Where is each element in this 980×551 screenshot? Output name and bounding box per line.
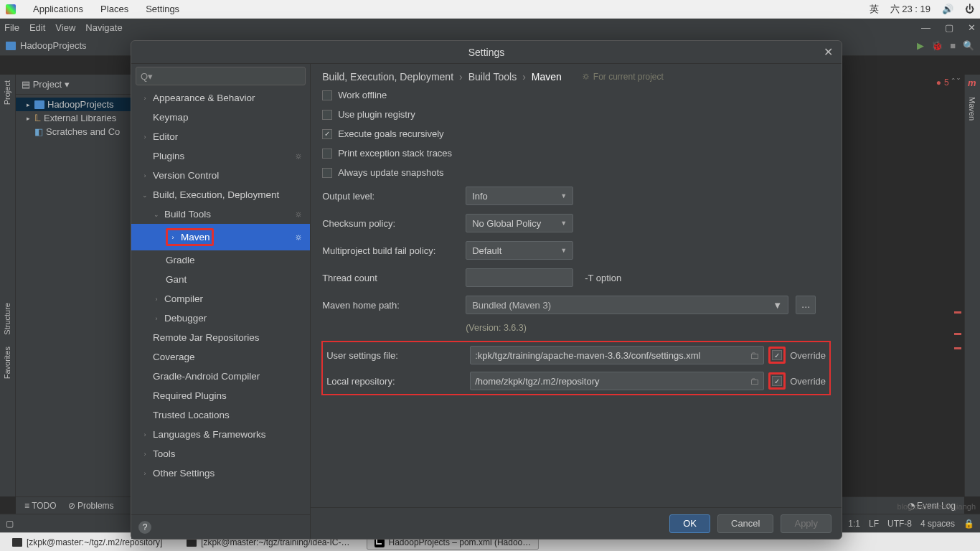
- output-level-label: Output level:: [322, 191, 458, 202]
- cat-editor[interactable]: ›Editor: [131, 127, 310, 146]
- cat-maven[interactable]: ›Maven⛭: [131, 224, 310, 250]
- volume-icon[interactable]: 🔊: [942, 4, 953, 14]
- cat-debugger[interactable]: ›Debugger: [131, 309, 310, 328]
- project-scope-note: ⛭ For current project: [582, 72, 664, 82]
- problems-tab[interactable]: ⊘ Problems: [68, 501, 114, 511]
- stop-icon[interactable]: ■: [950, 40, 956, 51]
- caret-position: 1:1: [848, 519, 860, 529]
- cat-trusted[interactable]: Trusted Locations: [131, 405, 310, 425]
- menu-edit[interactable]: Edit: [29, 22, 45, 33]
- work-offline-checkbox[interactable]: Work offline: [322, 90, 830, 100]
- system-settings-menu[interactable]: Settings: [146, 4, 179, 14]
- chevron-down-icon: ▼: [560, 247, 567, 254]
- chevron-down-icon: ▼: [560, 192, 567, 199]
- cat-required-plugins[interactable]: Required Plugins: [131, 386, 310, 405]
- plugin-registry-checkbox[interactable]: Use plugin registry: [322, 109, 830, 120]
- maven-tab[interactable]: Maven: [965, 91, 979, 126]
- output-level-select[interactable]: Info▼: [466, 187, 573, 205]
- help-icon[interactable]: ?: [138, 521, 151, 534]
- update-snapshots-checkbox[interactable]: Always update snapshots: [322, 167, 830, 178]
- user-settings-override-checkbox[interactable]: [768, 347, 786, 364]
- line-sep[interactable]: LF: [869, 519, 879, 529]
- cat-lang-frameworks[interactable]: ›Languages & Frameworks: [131, 425, 310, 444]
- settings-sidebar: Q▾ ›Appearance & Behavior Keymap ›Editor…: [131, 64, 311, 539]
- indent[interactable]: 4 spaces: [920, 519, 955, 529]
- breadcrumb-c: Maven: [532, 71, 562, 83]
- cat-compiler[interactable]: ›Compiler: [131, 289, 310, 309]
- apply-button[interactable]: Apply: [781, 514, 831, 533]
- cat-build[interactable]: ⌄Build, Execution, Deployment: [131, 185, 310, 204]
- cat-gradle-android[interactable]: Gradle-Android Compiler: [131, 367, 310, 386]
- multiproject-fail-select[interactable]: Default▼: [466, 241, 573, 260]
- search-icon[interactable]: 🔍: [963, 40, 974, 51]
- dialog-title: Settings: [468, 47, 505, 58]
- window-minimize-icon[interactable]: —: [921, 22, 930, 33]
- error-indicator[interactable]: ●5 ˆ ˇ: [936, 77, 960, 88]
- menu-view[interactable]: View: [55, 22, 75, 33]
- favorites-tab[interactable]: Favorites: [0, 341, 14, 385]
- power-icon[interactable]: ⏻: [965, 4, 974, 14]
- maven-home-select[interactable]: Bundled (Maven 3)▼: [466, 296, 788, 314]
- checksum-select[interactable]: No Global Policy▼: [466, 214, 573, 232]
- cat-tools[interactable]: ›Tools: [131, 444, 310, 463]
- cat-keymap[interactable]: Keymap: [131, 108, 310, 127]
- maven-home-label: Maven home path:: [322, 300, 458, 311]
- lock-icon[interactable]: 🔒: [963, 519, 974, 529]
- cat-gant[interactable]: Gant: [131, 270, 310, 289]
- folder-icon[interactable]: 🗀: [750, 376, 759, 387]
- project-tab[interactable]: Project: [0, 75, 14, 110]
- cat-gradle[interactable]: Gradle: [131, 250, 310, 270]
- menu-navigate[interactable]: Navigate: [85, 22, 122, 33]
- checksum-label: Checksum policy:: [322, 218, 458, 229]
- dialog-button-bar: OK Cancel Apply: [311, 507, 842, 539]
- left-tool-strip: Project Structure Favorites: [0, 75, 16, 496]
- thread-option-note: -T option: [585, 273, 621, 283]
- encoding[interactable]: UTF-8: [887, 519, 912, 529]
- override-label: Override: [790, 350, 826, 361]
- checkbox-icon: [322, 168, 332, 178]
- gear-icon: ⛭: [295, 152, 303, 161]
- ok-button[interactable]: OK: [669, 514, 710, 533]
- status-icon[interactable]: ▢: [6, 519, 14, 529]
- thread-count-input[interactable]: [466, 268, 573, 287]
- input-method[interactable]: 英: [870, 3, 879, 16]
- project-view-selector[interactable]: ▤ Project ▾: [22, 79, 70, 90]
- todo-tab[interactable]: ≡ TODO: [24, 501, 57, 511]
- cat-plugins[interactable]: Plugins⛭: [131, 146, 310, 166]
- cat-remote-jar[interactable]: Remote Jar Repositories: [131, 328, 310, 347]
- local-repo-override-checkbox[interactable]: [768, 372, 786, 390]
- run-icon[interactable]: ▶: [917, 40, 924, 51]
- terminal-icon: [12, 538, 22, 547]
- system-menu-bar: Applications Places Settings 英 六 23 : 19…: [0, 0, 980, 19]
- override-label: Override: [790, 376, 826, 387]
- browse-maven-home-button[interactable]: …: [796, 296, 816, 314]
- execute-recursive-checkbox[interactable]: Execute goals recursively: [322, 128, 830, 139]
- cat-coverage[interactable]: Coverage: [131, 347, 310, 367]
- user-settings-input[interactable]: :kpk/tgz/training/apache-maven-3.6.3/con…: [470, 346, 764, 364]
- local-repo-input[interactable]: /home/zkpk/tgz/.m2/repository 🗀: [470, 372, 764, 390]
- folder-icon[interactable]: 🗀: [750, 350, 759, 361]
- debug-icon[interactable]: 🐞: [931, 40, 943, 51]
- window-maximize-icon[interactable]: ▢: [945, 22, 953, 33]
- breadcrumb-a[interactable]: Build, Execution, Deployment: [322, 71, 453, 83]
- structure-tab[interactable]: Structure: [0, 297, 14, 341]
- cat-other[interactable]: ›Other Settings: [131, 463, 310, 483]
- thread-count-label: Thread count: [322, 273, 458, 283]
- applications-menu[interactable]: Applications: [33, 4, 83, 14]
- dialog-close-icon[interactable]: ✕: [824, 45, 833, 59]
- cat-appearance[interactable]: ›Appearance & Behavior: [131, 88, 310, 108]
- watermark: blog.csdn.net/sujiangh: [897, 502, 976, 511]
- places-menu[interactable]: Places: [100, 4, 128, 14]
- local-repo-label: Local repository:: [326, 376, 463, 387]
- checkbox-icon: [772, 376, 782, 386]
- search-icon: Q▾: [141, 71, 153, 82]
- cat-build-tools[interactable]: ⌄Build Tools⛭: [131, 204, 310, 224]
- print-exception-checkbox[interactable]: Print exception stack traces: [322, 148, 830, 159]
- window-close-icon[interactable]: ✕: [968, 22, 976, 33]
- settings-search-input[interactable]: Q▾: [136, 67, 306, 85]
- cat-vcs[interactable]: ›Version Control: [131, 166, 310, 185]
- breadcrumb-b[interactable]: Build Tools: [468, 71, 517, 83]
- menu-file[interactable]: File: [4, 22, 19, 33]
- cancel-button[interactable]: Cancel: [717, 514, 773, 533]
- project-path: HadoopProjects: [20, 40, 87, 51]
